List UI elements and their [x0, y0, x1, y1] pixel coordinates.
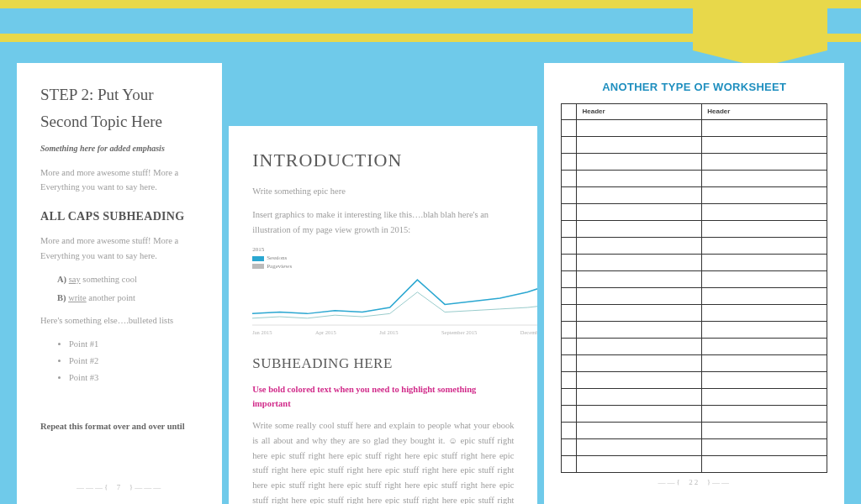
bullet-list: Point #1 Point #2 Point #3: [69, 337, 198, 386]
table-header-blank: [562, 104, 577, 120]
step-title: STEP 2: Put Your Second Topic Here: [40, 81, 198, 136]
table-row: [562, 455, 827, 472]
chart-legend: 2015 Sessions Pageviews: [252, 246, 514, 270]
table-row: [562, 203, 827, 220]
banner-stripe: [0, 34, 861, 42]
table-header-row: Header Header: [562, 104, 827, 120]
page-left: STEP 2: Put Your Second Topic Here Somet…: [17, 63, 222, 504]
letter-item-b: B) write another point: [57, 291, 198, 306]
highlight-text: Use bold colored text when you need to h…: [252, 383, 514, 412]
axis-label: Apr 2015: [315, 328, 336, 337]
letter-b-rest: another point: [87, 293, 135, 302]
legend-note: 2015: [252, 246, 264, 255]
list-item: Point #2: [69, 354, 198, 369]
intro-line: Write something epic here: [252, 184, 514, 199]
table-row: [562, 321, 827, 338]
intro-para: Insert graphics to make it interesting l…: [252, 207, 514, 238]
repeat-note: Repeat this format over and over until: [40, 419, 198, 434]
letter-b-underlined: write: [68, 293, 87, 302]
line-chart: [252, 272, 537, 326]
letter-a-underlined: say: [69, 275, 81, 284]
letter-item-a: A) say something cool: [57, 272, 198, 287]
table-row: [562, 270, 827, 287]
page-footer-left: ———{ 7 }———: [17, 481, 222, 494]
table-row: [562, 338, 827, 354]
left-subheading: ALL CAPS SUBHEADING: [40, 207, 198, 227]
list-item: Point #3: [69, 370, 198, 386]
legend-sessions: Sessions: [267, 255, 287, 263]
axis-label: September 2015: [441, 328, 477, 337]
table-row: [562, 304, 827, 321]
banner-pennant: [693, 0, 827, 50]
page-middle: INTRODUCTION Write something epic here I…: [229, 126, 537, 504]
table-row: [562, 287, 827, 304]
table-row: [562, 354, 827, 371]
table-row: [562, 186, 827, 203]
table-row: [562, 237, 827, 254]
mid-body: Write some really cool stuff here and ex…: [252, 418, 514, 504]
table-row: [562, 438, 827, 455]
page-footer-right: ——{ 22 }——: [544, 476, 844, 489]
page-spread: STEP 2: Put Your Second Topic Here Somet…: [0, 42, 861, 504]
table-row: [562, 220, 827, 237]
table-row: [562, 254, 827, 270]
list-item: Point #1: [69, 337, 198, 352]
chart-series-pageviews: [252, 280, 537, 313]
table-row: [562, 371, 827, 388]
chart-axis-labels: Jan 2015 Apr 2015 Jul 2015 September 201…: [252, 328, 537, 337]
table-row: [562, 153, 827, 170]
left-para-1: More and more awesome stuff! More a Ever…: [40, 165, 198, 196]
table-row: [562, 422, 827, 438]
table-header-1: Header: [577, 104, 702, 120]
legend-swatch-sessions: [252, 256, 264, 261]
table-row: [562, 136, 827, 153]
mid-subheading: SUBHEADING HERE: [252, 352, 514, 376]
step-tagline: Something here for added emphasis: [40, 141, 198, 155]
legend-pageviews: Pageviews: [267, 263, 292, 271]
table-header-2: Header: [702, 104, 827, 120]
bullet-intro: Here's something else….bulleted lists: [40, 313, 198, 328]
table-row: [562, 405, 827, 422]
axis-label: Jul 2015: [379, 328, 398, 337]
letter-b-label: B): [57, 293, 66, 302]
top-banner: [0, 0, 861, 42]
axis-label: Jan 2015: [252, 328, 272, 337]
table-row: [562, 388, 827, 405]
left-para-2: More and more awesome stuff! More a Ever…: [40, 234, 198, 264]
letter-a-label: A): [57, 275, 66, 284]
legend-swatch-pageviews: [252, 264, 264, 269]
intro-heading: INTRODUCTION: [252, 144, 514, 176]
chart-series-sessions: [252, 292, 537, 318]
table-row: [562, 170, 827, 186]
worksheet-title: ANOTHER TYPE OF WORKSHEET: [561, 78, 827, 97]
page-right: ANOTHER TYPE OF WORKSHEET Header Header …: [544, 63, 844, 504]
table-row: [562, 119, 827, 136]
axis-label: December 2015: [520, 328, 538, 337]
chart-container: 2015 Sessions Pageviews Jan 2015 Apr 201…: [252, 246, 514, 337]
worksheet-table: Header Header: [561, 103, 827, 473]
page-number-right: 22: [689, 478, 700, 486]
page-number-left: 7: [117, 483, 123, 491]
letter-a-rest: something cool: [81, 275, 137, 284]
